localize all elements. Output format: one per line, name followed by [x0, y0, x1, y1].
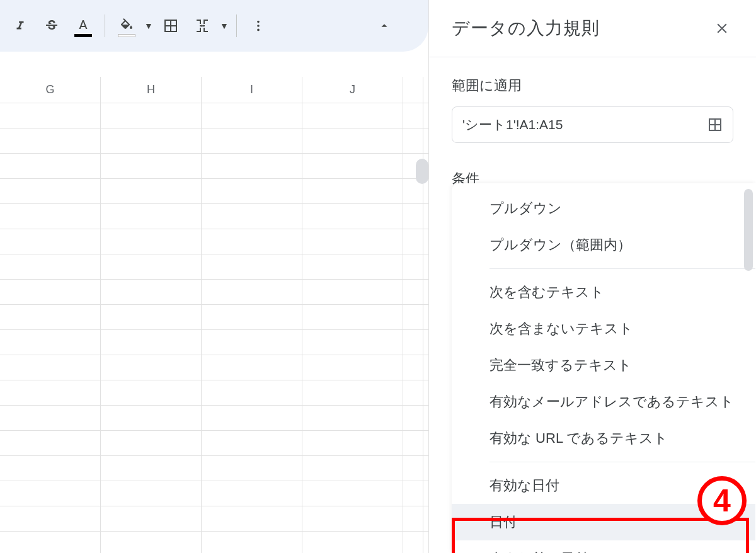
cell[interactable] [202, 280, 302, 304]
cell[interactable] [202, 456, 302, 481]
dd-item-text-not-contains[interactable]: 次を含まないテキスト [452, 311, 755, 347]
cell[interactable] [202, 179, 302, 203]
cell[interactable] [403, 128, 423, 153]
table-row[interactable] [0, 305, 428, 330]
cell[interactable] [202, 154, 302, 178]
cell[interactable] [0, 280, 101, 304]
cell[interactable] [202, 506, 302, 531]
cell[interactable] [0, 154, 101, 178]
cell[interactable] [302, 229, 403, 254]
cell[interactable] [403, 355, 423, 380]
cell[interactable] [101, 330, 202, 355]
table-row[interactable] [0, 204, 428, 229]
cell[interactable] [403, 532, 423, 553]
table-row[interactable] [0, 229, 428, 254]
dd-item-text-email[interactable]: 有効なメールアドレスであるテキスト [452, 384, 755, 420]
cell[interactable] [0, 506, 101, 531]
cell[interactable] [0, 532, 101, 553]
cell[interactable] [0, 179, 101, 203]
cell[interactable] [302, 380, 403, 405]
cell[interactable] [0, 456, 101, 481]
fill-color-button[interactable] [113, 12, 140, 40]
borders-button[interactable] [157, 12, 185, 40]
dd-item-text-exact[interactable]: 完全一致するテキスト [452, 347, 755, 384]
cell[interactable] [101, 481, 202, 506]
cell[interactable] [101, 380, 202, 405]
cell[interactable] [101, 254, 202, 279]
cell[interactable] [202, 128, 302, 153]
vertical-scrollbar-thumb[interactable] [416, 159, 428, 184]
cell[interactable] [302, 406, 403, 430]
cell[interactable] [0, 330, 101, 355]
fill-color-caret[interactable]: ▼ [144, 21, 153, 31]
cell[interactable] [302, 456, 403, 481]
dd-item-text-contains[interactable]: 次を含むテキスト [452, 274, 755, 311]
cell[interactable] [202, 330, 302, 355]
range-input[interactable] [462, 117, 707, 132]
table-row[interactable] [0, 254, 428, 280]
cell[interactable] [101, 456, 202, 481]
cell[interactable] [202, 305, 302, 329]
table-row[interactable] [0, 431, 428, 456]
cell[interactable] [0, 380, 101, 405]
cell[interactable] [101, 179, 202, 203]
cell[interactable] [302, 254, 403, 279]
spreadsheet-grid[interactable]: G H I J [0, 52, 428, 553]
cell[interactable] [302, 154, 403, 178]
cell[interactable] [0, 254, 101, 279]
table-row[interactable] [0, 128, 428, 154]
cell[interactable] [202, 355, 302, 380]
cell[interactable] [0, 431, 101, 455]
more-button[interactable] [244, 12, 272, 40]
cell[interactable] [403, 506, 423, 531]
italic-button[interactable] [6, 12, 34, 40]
cell[interactable] [0, 355, 101, 380]
cell[interactable] [0, 229, 101, 254]
cell[interactable] [202, 254, 302, 279]
table-row[interactable] [0, 506, 428, 532]
col-header[interactable] [403, 77, 423, 103]
cell[interactable] [403, 305, 423, 329]
cell[interactable] [0, 103, 101, 128]
dd-item-valid-date[interactable]: 有効な日付 [452, 467, 755, 504]
table-row[interactable] [0, 355, 428, 380]
cell[interactable] [302, 532, 403, 553]
cell[interactable] [202, 204, 302, 229]
range-input-wrapper[interactable] [452, 106, 733, 143]
cell[interactable] [101, 406, 202, 430]
cell[interactable] [302, 305, 403, 329]
table-row[interactable] [0, 179, 428, 204]
cell[interactable] [101, 280, 202, 304]
cell[interactable] [202, 532, 302, 553]
cell[interactable] [302, 103, 403, 128]
cell[interactable] [302, 431, 403, 455]
table-row[interactable] [0, 154, 428, 179]
cell[interactable] [403, 254, 423, 279]
dd-item-date[interactable]: 日付 [452, 504, 755, 540]
table-row[interactable] [0, 103, 428, 128]
cell[interactable] [101, 431, 202, 455]
dd-item-pulldown[interactable]: プルダウン [452, 190, 755, 227]
cell[interactable] [403, 431, 423, 455]
cell[interactable] [403, 103, 423, 128]
table-row[interactable] [0, 380, 428, 406]
cell[interactable] [202, 406, 302, 430]
table-row[interactable] [0, 330, 428, 355]
cell[interactable] [101, 204, 202, 229]
cell[interactable] [403, 330, 423, 355]
cell[interactable] [202, 431, 302, 455]
cell[interactable] [202, 481, 302, 506]
merge-cells-button[interactable] [188, 12, 216, 40]
dd-item-text-url[interactable]: 有効な URL であるテキスト [452, 420, 755, 457]
cell[interactable] [101, 154, 202, 178]
cell[interactable] [0, 128, 101, 153]
cell[interactable] [101, 128, 202, 153]
table-row[interactable] [0, 280, 428, 305]
close-button[interactable] [711, 17, 733, 40]
cell[interactable] [302, 481, 403, 506]
cell[interactable] [403, 229, 423, 254]
cell[interactable] [101, 103, 202, 128]
cell[interactable] [101, 506, 202, 531]
dd-item-date-before[interactable]: 次より前の日付 [452, 540, 755, 553]
cell[interactable] [403, 456, 423, 481]
